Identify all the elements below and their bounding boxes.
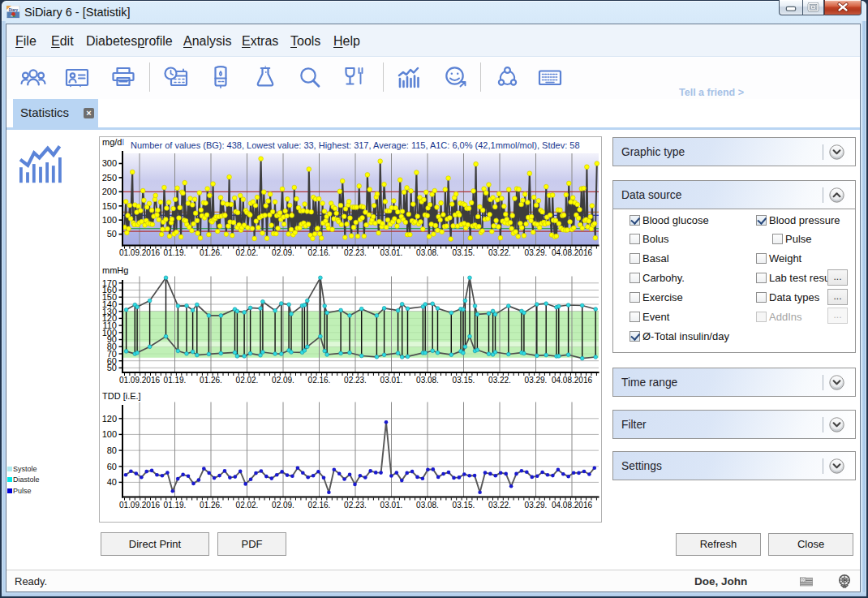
svg-text:mmHg: mmHg <box>102 265 128 275</box>
svg-text:Diary: Diary <box>9 8 19 12</box>
svg-text:03.08.: 03.08. <box>416 501 439 510</box>
svg-text:02.16.: 02.16. <box>308 501 331 510</box>
svg-text:02.23.: 02.23. <box>344 501 367 510</box>
svg-text:01.26.: 01.26. <box>200 501 222 510</box>
svg-text:02.23.: 02.23. <box>344 248 367 257</box>
svg-text:03.08.: 03.08. <box>416 376 439 385</box>
svg-text:03.22.: 03.22. <box>488 376 511 385</box>
svg-text:170: 170 <box>102 278 117 288</box>
svg-text:03.15.: 03.15. <box>453 501 475 510</box>
svg-text:01.19.: 01.19. <box>164 501 187 510</box>
svg-text:mg/dl: mg/dl <box>102 137 124 147</box>
svg-text:01.19.: 01.19. <box>164 248 187 257</box>
svg-text:03.08.: 03.08. <box>416 248 439 257</box>
svg-text:01.09.2016: 01.09.2016 <box>119 248 160 257</box>
svg-text:Number of values (BG): 438, Lo: Number of values (BG): 438, Lowest value… <box>131 140 580 150</box>
svg-text:02.02.: 02.02. <box>236 501 259 510</box>
svg-text:02.09.: 02.09. <box>272 376 294 385</box>
svg-text:01.26.: 01.26. <box>200 376 222 385</box>
svg-text:TDD [i.E.]: TDD [i.E.] <box>102 391 141 401</box>
svg-text:03.01.: 03.01. <box>380 501 403 510</box>
svg-text:02.02.: 02.02. <box>236 376 259 385</box>
svg-text:03.01.: 03.01. <box>380 376 403 385</box>
svg-text:03.15.: 03.15. <box>453 248 475 257</box>
svg-text:100: 100 <box>102 429 117 439</box>
svg-text:04.08.2016: 04.08.2016 <box>552 376 592 385</box>
svg-text:03.01.: 03.01. <box>380 248 403 257</box>
svg-text:03.22.: 03.22. <box>488 248 511 257</box>
svg-text:01.26.: 01.26. <box>200 248 222 257</box>
svg-text:60: 60 <box>107 462 117 471</box>
svg-text:250: 250 <box>102 173 117 183</box>
svg-text:01.09.2016: 01.09.2016 <box>119 376 160 385</box>
svg-text:120: 120 <box>102 414 117 424</box>
svg-text:02.16.: 02.16. <box>308 248 331 257</box>
svg-text:01.19.: 01.19. <box>164 376 187 385</box>
svg-text:03.29.: 03.29. <box>525 501 548 510</box>
svg-text:02.09.: 02.09. <box>272 501 294 510</box>
svg-text:300: 300 <box>102 158 117 168</box>
svg-text:50: 50 <box>107 229 117 239</box>
svg-text:02.02.: 02.02. <box>236 248 259 257</box>
svg-text:03.29.: 03.29. <box>525 376 548 385</box>
svg-text:04.08.2016: 04.08.2016 <box>552 248 592 257</box>
svg-text:01.09.2016: 01.09.2016 <box>119 501 160 510</box>
svg-text:02.09.: 02.09. <box>272 248 294 257</box>
svg-text:40: 40 <box>107 477 117 487</box>
svg-text:03.15.: 03.15. <box>453 376 475 385</box>
svg-text:200: 200 <box>102 187 117 196</box>
svg-text:80: 80 <box>107 445 117 455</box>
svg-text:02.16.: 02.16. <box>308 376 331 385</box>
svg-text:100: 100 <box>102 215 117 225</box>
svg-text:02.23.: 02.23. <box>344 376 367 385</box>
svg-text:03.22.: 03.22. <box>488 501 511 510</box>
svg-text:03.29.: 03.29. <box>525 248 548 257</box>
svg-text:04.08.2016: 04.08.2016 <box>552 501 592 510</box>
svg-text:150: 150 <box>102 201 117 211</box>
